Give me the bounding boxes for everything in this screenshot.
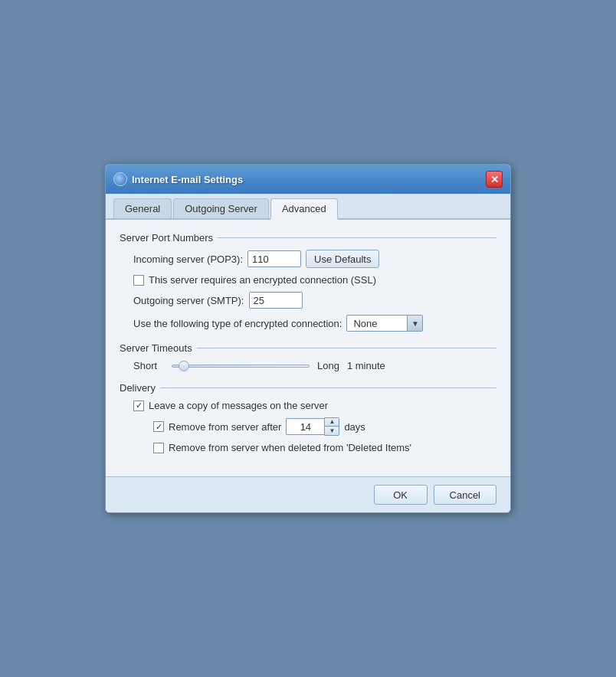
leave-copy-checkbox[interactable] <box>133 401 144 411</box>
encryption-value: None <box>347 318 407 329</box>
server-ports-title: Server Port Numbers <box>120 232 496 244</box>
ok-button[interactable]: OK <box>374 485 428 505</box>
timeout-slider[interactable] <box>172 365 310 368</box>
app-icon <box>113 172 127 186</box>
incoming-server-row: Incoming server (POP3): Use Defaults <box>133 250 496 268</box>
slider-thumb[interactable] <box>179 361 189 371</box>
tab-bar: General Outgoing Server Advanced <box>106 194 510 220</box>
delivery-title: Delivery <box>120 382 496 394</box>
leave-copy-label: Leave a copy of messages on the server <box>149 400 328 411</box>
title-bar: Internet E-mail Settings ✕ <box>106 165 510 194</box>
incoming-server-input[interactable] <box>247 250 301 267</box>
tab-outgoing-server[interactable]: Outgoing Server <box>173 198 269 218</box>
leave-copy-row: Leave a copy of messages on the server <box>133 400 496 411</box>
server-ports-section: Server Port Numbers Incoming server (POP… <box>120 232 496 332</box>
remove-deleted-checkbox[interactable] <box>153 443 164 453</box>
slider-row: Short Long 1 minute <box>133 360 496 371</box>
outgoing-server-input[interactable] <box>249 292 303 309</box>
days-spinner: ▲ ▼ <box>286 417 339 436</box>
delivery-content: Leave a copy of messages on the server R… <box>120 400 496 453</box>
remove-after-checkbox[interactable] <box>153 421 164 432</box>
spinner-up-button[interactable]: ▲ <box>325 418 339 427</box>
encryption-dropdown[interactable]: None ▼ <box>346 315 423 332</box>
ssl-checkbox-row: This server requires an encrypted connec… <box>133 274 496 286</box>
tab-advanced[interactable]: Advanced <box>270 198 338 220</box>
dropdown-arrow-icon[interactable]: ▼ <box>407 316 422 331</box>
content-area: Server Port Numbers Incoming server (POP… <box>106 220 510 476</box>
dialog-title: Internet E-mail Settings <box>132 174 243 185</box>
use-defaults-button[interactable]: Use Defaults <box>306 250 379 268</box>
title-bar-left: Internet E-mail Settings <box>113 172 243 186</box>
dialog-footer: OK Cancel <box>106 476 510 512</box>
remove-after-label: Remove from server after <box>169 421 281 433</box>
server-timeouts-title: Server Timeouts <box>120 342 496 354</box>
days-input[interactable] <box>286 418 324 435</box>
short-label: Short <box>133 360 164 371</box>
encryption-label: Use the following type of encrypted conn… <box>133 318 342 329</box>
remove-deleted-label: Remove from server when deleted from 'De… <box>169 442 411 453</box>
encryption-row: Use the following type of encrypted conn… <box>133 315 496 332</box>
ssl-checkbox[interactable] <box>133 275 144 286</box>
remove-after-row: Remove from server after ▲ ▼ days <box>133 417 496 436</box>
long-label: Long <box>317 360 339 371</box>
outgoing-server-row: Outgoing server (SMTP): <box>133 292 496 309</box>
outgoing-server-label: Outgoing server (SMTP): <box>133 295 244 306</box>
server-ports-content: Incoming server (POP3): Use Defaults Thi… <box>120 250 496 332</box>
dialog: Internet E-mail Settings ✕ General Outgo… <box>105 164 511 513</box>
tab-general[interactable]: General <box>113 198 172 218</box>
spinner-buttons: ▲ ▼ <box>324 417 339 436</box>
timeout-value: 1 minute <box>347 360 385 371</box>
remove-deleted-row: Remove from server when deleted from 'De… <box>133 442 496 453</box>
spinner-down-button[interactable]: ▼ <box>325 427 339 435</box>
incoming-server-label: Incoming server (POP3): <box>133 253 243 265</box>
close-button[interactable]: ✕ <box>486 171 503 188</box>
delivery-section: Delivery Leave a copy of messages on the… <box>120 382 496 453</box>
server-timeouts-section: Server Timeouts Short Long 1 minute <box>120 342 496 371</box>
days-label: days <box>344 421 365 433</box>
server-timeouts-content: Short Long 1 minute <box>120 360 496 371</box>
ssl-label: This server requires an encrypted connec… <box>149 274 376 286</box>
cancel-button[interactable]: Cancel <box>434 485 496 505</box>
